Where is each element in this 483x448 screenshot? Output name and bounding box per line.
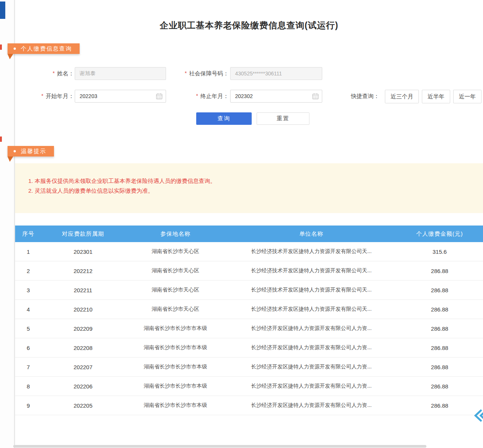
bullet-dot-icon (14, 48, 16, 50)
quick-btn-last-half-year[interactable]: 近半年 (422, 90, 450, 103)
column-header-area: 参保地名称 (125, 226, 226, 242)
cell-unit: 长沙经济技术开发区捷特人力资源开发有限公司天... (226, 261, 396, 281)
sidebar-corner-block (0, 2, 5, 19)
section-badge-personal-query: 个人缴费信息查询 (8, 43, 80, 54)
cell-amount: 286.88 (396, 319, 483, 338)
start-date-label: *开始年月： (23, 93, 74, 100)
table-row: 1 202301 湖南省长沙市天心区 长沙经济技术开发区捷特人力资源开发有限公司… (15, 242, 483, 261)
table-row: 6 202208 湖南省长沙市长沙市市本级 长沙经济开发区捷特人力资源开发有限公… (15, 338, 483, 357)
cell-serial: 5 (15, 319, 42, 338)
required-asterisk: * (42, 93, 43, 99)
rail-marker (0, 44, 2, 50)
cell-serial: 4 (15, 300, 42, 319)
cell-period: 202207 (42, 357, 125, 377)
notice-line: 2. 灵活就业人员的缴费单位信息以实际缴费为准。 (28, 186, 475, 196)
cell-area: 湖南省长沙市长沙市市本级 (125, 377, 226, 396)
cell-unit: 长沙经济开发区捷特人力资源开发有限公司人力资... (226, 319, 396, 338)
cell-amount: 315.6 (396, 242, 483, 261)
cell-period: 202212 (42, 261, 125, 281)
cell-period: 202205 (42, 396, 125, 415)
end-date-field-wrap (230, 90, 322, 103)
left-rail (0, 0, 15, 448)
required-asterisk: * (196, 93, 198, 99)
cell-amount: 286.88 (396, 281, 483, 300)
cell-unit: 长沙经济技术开发区捷特人力资源开发有限公司天... (226, 300, 396, 319)
quick-query-group: 近三个月 近半年 近一年 (385, 90, 481, 103)
cell-unit: 长沙经济技术开发区捷特人力资源开发有限公司天... (226, 281, 396, 300)
page: 企业职工基本养老保险缴费信息查询(试运行) 个人缴费信息查询 *姓名： *社会保… (0, 0, 483, 448)
calendar-icon[interactable] (155, 92, 163, 100)
column-header-amount: 个人缴费金额(元) (396, 226, 483, 242)
query-button[interactable]: 查询 (196, 112, 252, 125)
name-input (75, 67, 166, 80)
required-asterisk: * (53, 70, 55, 76)
page-title: 企业职工基本养老保险缴费信息查询(试运行) (15, 20, 483, 32)
cell-area: 湖南省长沙市天心区 (125, 242, 226, 261)
cell-serial: 2 (15, 261, 42, 281)
cell-amount: 286.88 (396, 377, 483, 396)
horizontal-scrollbar[interactable] (13, 445, 426, 448)
section-badge-label: 温馨提示 (21, 148, 46, 155)
table-row: 8 202206 湖南省长沙市长沙市市本级 长沙经济开发区捷特人力资源开发有限公… (15, 377, 483, 396)
required-asterisk: * (185, 70, 187, 76)
quick-btn-last-3-months[interactable]: 近三个月 (385, 90, 419, 103)
cell-period: 202301 (42, 242, 125, 261)
quick-query-label: 快捷查询： (351, 93, 379, 100)
cell-unit: 长沙经济开发区捷特人力资源开发有限公司人力资... (226, 357, 396, 377)
cell-amount: 286.88 (396, 338, 483, 357)
notice-line: 1. 本服务仅提供尚未领取企业职工基本养老保险待遇人员的缴费信息查询。 (28, 176, 475, 186)
cell-amount: 286.88 (396, 261, 483, 281)
rail-marker (0, 137, 2, 142)
results-table-header: 序号 对应费款所属期 参保地名称 单位名称 个人缴费金额(元) (15, 226, 483, 242)
ssn-field-wrap (230, 67, 322, 80)
results-table: 序号 对应费款所属期 参保地名称 单位名称 个人缴费金额(元) 1 202301… (15, 226, 483, 415)
ssn-input (230, 67, 322, 80)
cell-period: 202211 (42, 281, 125, 300)
cell-period: 202209 (42, 319, 125, 338)
name-label: *姓名： (23, 70, 74, 78)
cell-unit: 长沙经济开发区捷特人力资源开发有限公司人力资... (226, 338, 396, 357)
cell-period: 202210 (42, 300, 125, 319)
table-row: 3 202211 湖南省长沙市天心区 长沙经济技术开发区捷特人力资源开发有限公司… (15, 281, 483, 300)
cell-area: 湖南省长沙市长沙市市本级 (125, 338, 226, 357)
table-row: 7 202207 湖南省长沙市长沙市市本级 长沙经济开发区捷特人力资源开发有限公… (15, 357, 483, 377)
notice-box: 1. 本服务仅提供尚未领取企业职工基本养老保险待遇人员的缴费信息查询。 2. 灵… (15, 163, 483, 213)
calendar-icon[interactable] (312, 92, 319, 100)
cell-amount: 286.88 (396, 300, 483, 319)
table-row: 4 202210 湖南省长沙市天心区 长沙经济技术开发区捷特人力资源开发有限公司… (15, 300, 483, 319)
ssn-label: *社会保障号码： (170, 70, 229, 78)
table-row: 5 202209 湖南省长沙市长沙市市本级 长沙经济开发区捷特人力资源开发有限公… (15, 319, 483, 338)
cell-area: 湖南省长沙市长沙市市本级 (125, 357, 226, 377)
cell-period: 202208 (42, 338, 125, 357)
cell-area: 湖南省长沙市天心区 (125, 261, 226, 281)
end-date-label: *终止年月： (170, 93, 229, 100)
column-header-serial: 序号 (15, 226, 42, 242)
cell-area: 湖南省长沙市长沙市市本级 (125, 396, 226, 415)
start-date-input[interactable] (75, 90, 166, 103)
reset-button[interactable]: 重置 (257, 112, 309, 125)
cell-serial: 6 (15, 338, 42, 357)
cell-area: 湖南省长沙市天心区 (125, 281, 226, 300)
quick-btn-last-year[interactable]: 近一年 (453, 90, 481, 103)
cell-amount: 286.88 (396, 357, 483, 377)
column-header-period: 对应费款所属期 (42, 226, 125, 242)
cell-area: 湖南省长沙市天心区 (125, 300, 226, 319)
cell-unit: 长沙经济开发区捷特人力资源开发有限公司人力资... (226, 396, 396, 415)
column-header-unit: 单位名称 (226, 226, 396, 242)
name-field-wrap (75, 67, 166, 80)
table-row: 9 202205 湖南省长沙市长沙市市本级 长沙经济开发区捷特人力资源开发有限公… (15, 396, 483, 415)
bullet-dot-icon (14, 150, 16, 152)
cell-unit: 长沙经济技术开发区捷特人力资源开发有限公司天... (226, 242, 396, 261)
results-table-body: 1 202301 湖南省长沙市天心区 长沙经济技术开发区捷特人力资源开发有限公司… (15, 242, 483, 415)
cell-amount: 286.88 (396, 396, 483, 415)
end-date-input[interactable] (230, 90, 322, 103)
cell-serial: 8 (15, 377, 42, 396)
table-row: 2 202212 湖南省长沙市天心区 长沙经济技术开发区捷特人力资源开发有限公司… (15, 261, 483, 281)
cell-serial: 7 (15, 357, 42, 377)
double-chevron-left-icon[interactable] (472, 407, 483, 424)
cell-serial: 9 (15, 396, 42, 415)
cell-serial: 3 (15, 281, 42, 300)
section-badge-tips: 温馨提示 (8, 146, 54, 156)
cell-area: 湖南省长沙市长沙市市本级 (125, 319, 226, 338)
cell-unit: 长沙经济开发区捷特人力资源开发有限公司人力资... (226, 377, 396, 396)
